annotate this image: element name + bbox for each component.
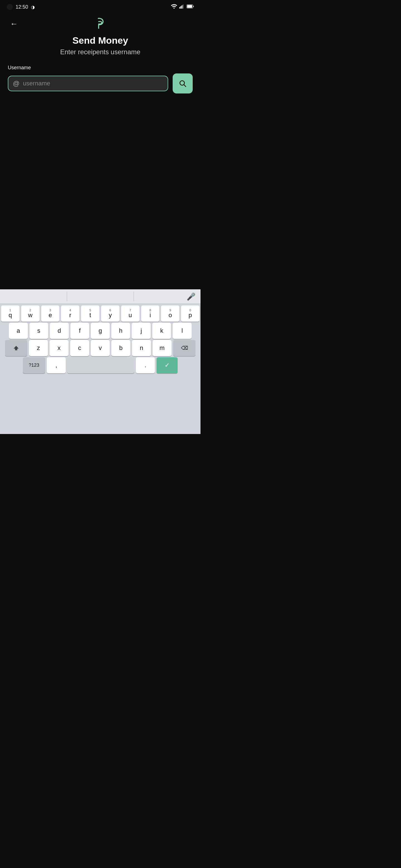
key-l[interactable]: l: [173, 323, 192, 339]
key-comma[interactable]: ,: [47, 357, 66, 373]
key-row-4: ?123 , . ✓: [1, 357, 199, 373]
key-j[interactable]: j: [132, 323, 151, 339]
search-button[interactable]: [173, 73, 193, 93]
key-a[interactable]: a: [9, 323, 28, 339]
username-input-wrapper[interactable]: @: [8, 76, 168, 91]
svg-point-0: [173, 7, 175, 9]
status-circle-icon: [7, 4, 13, 10]
key-i[interactable]: 8i: [141, 306, 160, 321]
key-delete[interactable]: ⌫: [173, 340, 196, 356]
svg-rect-9: [15, 350, 17, 350]
wifi-icon: [171, 4, 177, 10]
input-row: @: [8, 73, 193, 93]
key-c[interactable]: c: [70, 340, 89, 356]
key-f[interactable]: f: [70, 323, 89, 339]
page-subtitle: Enter receipents username: [8, 48, 193, 56]
username-input[interactable]: [23, 80, 163, 87]
keyboard-container: 🎤 1q 2w 3e 4r 5t 6y 7u 8i 9o 0p a s d f …: [0, 289, 200, 434]
key-b[interactable]: b: [111, 340, 130, 356]
key-symbols[interactable]: ?123: [23, 357, 45, 373]
svg-line-8: [184, 85, 186, 87]
key-enter[interactable]: ✓: [156, 357, 178, 373]
page-title: Send Money: [8, 35, 193, 46]
key-x[interactable]: x: [50, 340, 68, 356]
username-label: Username: [8, 65, 193, 71]
key-y[interactable]: 6y: [101, 306, 119, 321]
shift-icon: [13, 345, 20, 351]
status-time: 12:50: [16, 4, 28, 10]
key-d[interactable]: d: [50, 323, 69, 339]
key-w[interactable]: 2w: [21, 306, 39, 321]
mic-icon[interactable]: 🎤: [187, 292, 196, 301]
status-icons: [171, 4, 194, 10]
app-logo: [93, 17, 107, 30]
keyboard-keys: 1q 2w 3e 4r 5t 6y 7u 8i 9o 0p a s d f g …: [0, 304, 200, 434]
title-section: Send Money Enter receipents username: [8, 35, 193, 56]
svg-rect-3: [181, 5, 182, 9]
svg-rect-2: [180, 6, 181, 9]
key-p[interactable]: 0p: [181, 306, 199, 321]
key-shift[interactable]: [5, 340, 27, 356]
back-button[interactable]: ←: [8, 18, 20, 30]
media-icon: ◑: [31, 4, 35, 10]
key-q[interactable]: 1q: [1, 306, 20, 321]
key-t[interactable]: 5t: [81, 306, 99, 321]
key-m[interactable]: m: [152, 340, 172, 356]
suggestion-divider-1: [67, 291, 67, 301]
key-row-1: 1q 2w 3e 4r 5t 6y 7u 8i 9o 0p: [1, 306, 199, 321]
at-icon: @: [13, 80, 20, 87]
logo-container: [93, 17, 107, 31]
header: ←: [8, 18, 193, 30]
key-space[interactable]: [67, 357, 134, 373]
key-s[interactable]: s: [30, 323, 49, 339]
key-k[interactable]: k: [152, 323, 171, 339]
status-bar: 12:50 ◑: [0, 0, 200, 14]
svg-rect-1: [179, 7, 180, 9]
form-section: Username @: [8, 65, 193, 93]
key-r[interactable]: 4r: [61, 306, 79, 321]
key-z[interactable]: z: [29, 340, 48, 356]
signal-icon: [179, 4, 184, 10]
battery-icon: [187, 4, 194, 9]
keyboard-suggestions-bar: 🎤: [0, 289, 200, 304]
key-g[interactable]: g: [91, 323, 110, 339]
key-o[interactable]: 9o: [161, 306, 179, 321]
key-v[interactable]: v: [91, 340, 110, 356]
key-h[interactable]: h: [111, 323, 130, 339]
svg-rect-6: [187, 5, 192, 8]
key-row-3: z x c v b n m ⌫: [1, 340, 199, 356]
key-n[interactable]: n: [132, 340, 151, 356]
key-period[interactable]: .: [136, 357, 155, 373]
status-bar-left: 12:50 ◑: [7, 4, 35, 10]
suggestion-divider-2: [134, 291, 134, 301]
search-icon: [178, 79, 187, 88]
key-e[interactable]: 3e: [41, 306, 60, 321]
key-row-2: a s d f g h j k l: [1, 323, 199, 339]
key-u[interactable]: 7u: [121, 306, 140, 321]
svg-rect-4: [183, 4, 183, 9]
